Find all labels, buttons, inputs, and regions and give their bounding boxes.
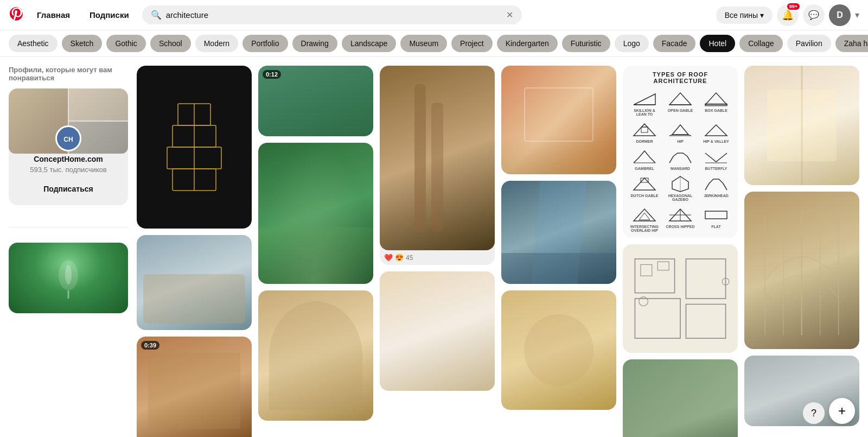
sidebar-profile-card[interactable]: CH ConceptHome.com 593,5 тыс. подписчико… [9,88,128,205]
pin-card[interactable] [501,181,616,284]
tag-landscape[interactable]: Landscape [342,35,397,52]
svg-rect-35 [705,211,727,219]
reaction-count: 45 [406,254,413,262]
sidebar-title: Профили, которые могут вам понравиться [9,66,128,82]
tag-logo[interactable]: Logo [615,35,649,52]
roof-diagram-content: TYPES OF ROOFARCHITECTURE SKILLION & LEA… [623,66,738,238]
roof-type-intersecting: INTERSECTING OVERLAID HIP [628,205,661,232]
nav-home[interactable]: Главная [30,6,76,24]
svg-marker-31 [639,213,650,220]
pin-floor-plans[interactable] [623,244,738,353]
help-button[interactable]: ? [803,402,825,424]
tag-gothic[interactable]: Gothic [106,35,145,52]
filter-button[interactable]: Все пины ▾ [716,7,773,24]
svg-rect-27 [641,178,648,182]
tag-facade[interactable]: Facade [653,35,696,52]
pin-card[interactable] [258,290,373,421]
pin-card[interactable]: ❤️ 😍 45 [380,66,495,265]
tag-zahahadid[interactable]: Zaha hadid [835,35,868,52]
svg-marker-30 [634,209,655,221]
svg-marker-14 [705,93,727,105]
user-avatar[interactable]: D [829,4,851,26]
sidebar-secondary-card[interactable] [9,243,128,313]
roof-type-gambrel: GAMBREL [628,147,661,170]
tag-project[interactable]: Project [451,35,493,52]
svg-rect-39 [635,299,680,338]
pin-reactions: ❤️ 😍 45 [380,250,495,265]
notification-badge: 99+ [787,3,800,10]
pin-hallway[interactable] [744,66,859,185]
svg-marker-20 [669,135,691,136]
roof-type-hip-valley: HIP & VALLEY [700,119,732,143]
reaction-love: 😍 [395,254,404,262]
account-chevron[interactable]: ▾ [855,10,859,20]
svg-rect-38 [658,262,669,270]
nav-subscriptions[interactable]: Подписки [83,6,136,24]
pin-card[interactable]: 0:39 ❤️ 😍 😮 2,4 тыс. [137,337,252,437]
pin-roof-diagram[interactable]: TYPES OF ROOFARCHITECTURE SKILLION & LEA… [623,66,738,238]
chevron-down-icon: ▾ [760,11,764,20]
pin-modern-building[interactable] [623,359,738,437]
tag-collage[interactable]: Collage [739,35,782,52]
svg-marker-16 [634,124,655,136]
pin-card[interactable] [137,235,252,330]
tag-pavilion[interactable]: Pavilion [787,35,831,52]
roof-type-butterfly: BUTTERFLY [700,147,732,170]
pins-grid: 0:39 ❤️ 😍 😮 2,4 тыс. 0:12 [137,66,859,437]
svg-marker-10 [634,94,655,105]
tag-school[interactable]: School [150,35,191,52]
pin-card[interactable] [380,271,495,391]
tag-museum[interactable]: Museum [400,35,447,52]
roof-type-hip: HIP [664,119,697,143]
pin-card[interactable]: 0:12 [258,66,373,136]
filter-label: Все пины [725,11,758,20]
message-button[interactable]: 💬 [803,4,825,26]
roof-type-skillion: SKILLION & LEAN TO [628,88,661,116]
pin-cathedral[interactable] [744,192,859,349]
tag-hotel[interactable]: Hotel [700,35,735,52]
profile-cards: CH ConceptHome.com 593,5 тыс. подписчико… [9,88,128,320]
search-icon: 🔍 [151,10,162,20]
roof-types-grid: SKILLION & LEAN TO OPEN GABLE BOX GABLE … [628,88,732,232]
pin-card[interactable] [258,143,373,284]
reaction-heart: ❤️ [384,254,393,262]
svg-rect-41 [686,304,725,338]
tag-aesthetic[interactable]: Aesthetic [9,35,58,52]
pin-card[interactable] [501,66,616,174]
pin-card[interactable] [137,66,252,229]
sidebar: Профили, которые могут вам понравиться C… [9,66,128,437]
roof-type-cross-hipped: CROSS HIPPED [664,205,697,232]
roof-type-dutch-gable: DUTCH GABLE [628,174,661,201]
subscribe-button[interactable]: Подписаться [15,179,122,199]
svg-line-23 [716,125,722,130]
search-input[interactable] [166,10,502,20]
tags-bar: Aesthetic Sketch Gothic School Modern Po… [0,30,868,57]
tag-modern[interactable]: Modern [195,35,238,52]
svg-marker-12 [669,93,691,105]
tag-drawing[interactable]: Drawing [292,35,337,52]
header-right: Все пины ▾ 🔔 99+ 💬 D ▾ [716,4,859,26]
pin-card[interactable] [501,290,616,410]
tag-portfolio[interactable]: Portfolio [242,35,288,52]
pinterest-logo[interactable] [9,6,24,24]
svg-line-22 [711,125,716,130]
add-button[interactable]: + [829,398,855,424]
svg-rect-17 [641,127,648,132]
roof-type-dormer: DORMER [628,119,661,143]
video-timer: 0:12 [263,70,281,79]
tag-sketch[interactable]: Sketch [62,35,103,52]
svg-point-4 [65,265,72,284]
profile-name: ConceptHome.com [34,155,103,163]
roof-type-flat: FLAT [700,205,732,232]
tag-kindergarten[interactable]: Kindergarten [497,35,558,52]
clear-icon[interactable]: ✕ [506,10,513,20]
roof-type-jerkinhead: JERKINHEAD [700,174,732,201]
roof-type-open-gable: OPEN GABLE [664,88,697,116]
svg-rect-37 [641,264,652,276]
roof-type-hexagonal: HEXAGONAL GAZEBO [664,174,697,201]
roof-type-mansard: MANSARD [664,147,697,170]
roof-diagram-title: TYPES OF ROOFARCHITECTURE [628,71,732,84]
main-content: Профили, которые могут вам понравиться C… [0,57,868,437]
tag-futuristic[interactable]: Futuristic [562,35,610,52]
notification-button[interactable]: 🔔 99+ [777,4,799,26]
